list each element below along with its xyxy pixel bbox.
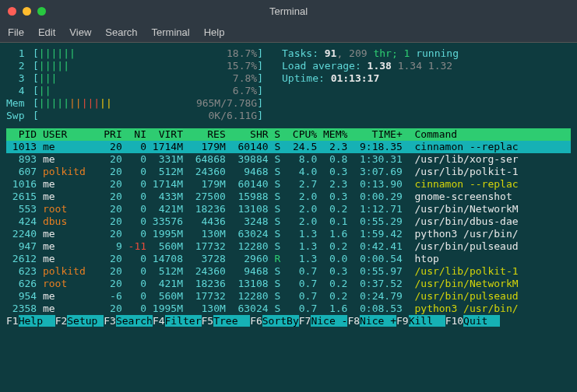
menu-terminal[interactable]: Terminal xyxy=(152,26,190,38)
process-list[interactable]: 1013 me 20 0 1714M 179M 60140 S 24.5 2.3… xyxy=(6,141,571,315)
process-row[interactable]: 947 me 9 -11 560M 17732 12280 S 1.3 0.2 … xyxy=(6,240,571,253)
window-titlebar: Terminal xyxy=(0,0,577,22)
menu-bar: File Edit View Search Terminal Help xyxy=(0,22,577,43)
summary-block: Tasks: 91, 209 thr; 1 runningLoad averag… xyxy=(282,47,571,122)
process-row[interactable]: 893 me 20 0 331M 64868 39884 S 8.0 0.8 1… xyxy=(6,153,571,166)
window-title: Terminal xyxy=(0,5,577,17)
menu-search[interactable]: Search xyxy=(105,26,137,38)
menu-help[interactable]: Help xyxy=(204,26,225,38)
process-row[interactable]: 626 root 20 0 421M 18236 13108 S 0.7 0.2… xyxy=(6,278,571,290)
process-row[interactable]: 2358 me 20 0 1995M 130M 63024 S 0.7 1.6 … xyxy=(6,303,571,315)
process-row[interactable]: 607 polkitd 20 0 512M 24360 9468 S 4.0 0… xyxy=(6,166,571,178)
process-header[interactable]: PID USER PRI NI VIRT RES SHR S CPU% MEM%… xyxy=(6,128,571,141)
process-row[interactable]: 553 root 20 0 421M 18236 13108 S 2.0 0.2… xyxy=(6,203,571,215)
process-row[interactable]: 2615 me 20 0 433M 27500 15988 S 2.0 0.3 … xyxy=(6,191,571,203)
process-row[interactable]: 1016 me 20 0 1714M 179M 60140 S 2.7 2.3 … xyxy=(6,178,571,191)
menu-view[interactable]: View xyxy=(69,26,91,38)
process-row[interactable]: 954 me -6 0 560M 17732 12280 S 0.7 0.2 0… xyxy=(6,290,571,303)
menu-edit[interactable]: Edit xyxy=(38,26,55,38)
terminal-body[interactable]: 1 [|||||| 18.7%] 2 [||||| 15.7%] 3 [||| … xyxy=(0,43,577,392)
process-row[interactable]: 2612 me 20 0 14708 3728 2960 R 1.3 0.0 0… xyxy=(6,253,571,265)
process-row[interactable]: 623 polkitd 20 0 512M 24360 9468 S 0.7 0… xyxy=(6,265,571,278)
process-row[interactable]: 2240 me 20 0 1995M 130M 63024 S 1.3 1.6 … xyxy=(6,228,571,240)
function-keys[interactable]: F1Help F2Setup F3SearchF4FilterF5Tree F6… xyxy=(6,315,571,327)
cpu-mem-meters: 1 [|||||| 18.7%] 2 [||||| 15.7%] 3 [||| … xyxy=(6,47,263,122)
process-row[interactable]: 424 dbus 20 0 33576 4436 3248 S 2.0 0.1 … xyxy=(6,215,571,228)
process-row[interactable]: 1013 me 20 0 1714M 179M 60140 S 24.5 2.3… xyxy=(6,141,571,153)
menu-file[interactable]: File xyxy=(8,26,24,38)
